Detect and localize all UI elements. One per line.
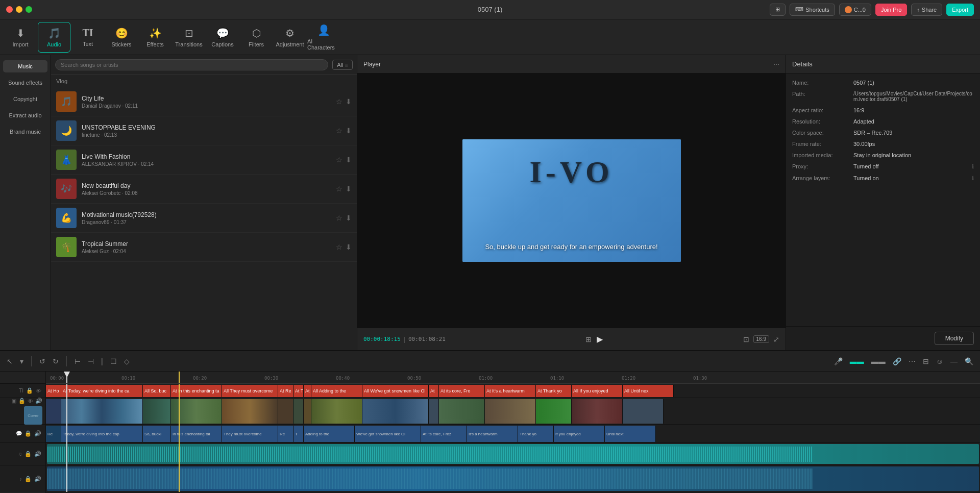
sidebar-item-extract-audio[interactable]: Extract audio [3, 109, 47, 121]
text-seg-12[interactable]: At It's a heartwarm [485, 385, 536, 397]
text-seg-8[interactable]: All Adding to the [311, 385, 362, 397]
download-button-5[interactable]: ⬇ [346, 243, 352, 251]
video-seg-8[interactable] [311, 399, 362, 424]
music-item[interactable]: 🌴 Tropical Summer Aleksei Guz · 02:04 ☆ … [51, 233, 357, 262]
cap-seg-4[interactable]: They must overcome [222, 426, 278, 442]
music-item[interactable]: 🌙 UNSTOPPABLE EVENING finetune · 02:13 ☆… [51, 116, 357, 145]
video-seg-12[interactable] [485, 399, 536, 424]
text-seg-11[interactable]: At its core, Fro [439, 385, 485, 397]
video-seg-15[interactable] [623, 399, 664, 424]
tool-import[interactable]: ⬇ Import [4, 22, 37, 53]
emoji-btn[interactable]: ☺ [935, 356, 945, 367]
video-seg-14[interactable] [572, 399, 623, 424]
undo-button[interactable]: ↺ [38, 356, 47, 367]
tool-ai-characters[interactable]: 👤 AI Characters [307, 22, 340, 53]
favorite-button-0[interactable]: ☆ [336, 97, 342, 106]
tool-audio[interactable]: 🎵 Audio [38, 22, 70, 53]
proxy-info-icon[interactable]: ℹ [972, 163, 974, 170]
cap-seg-2[interactable]: So, buckl [143, 426, 171, 442]
cap-seg-13[interactable]: Until next [605, 426, 656, 442]
cap-seg-12[interactable]: If you enjoyed [554, 426, 605, 442]
text-seg-0[interactable]: At Ho [46, 385, 61, 397]
fit-screen-icon[interactable]: ⊡ [743, 335, 749, 343]
sidebar-item-sound-effects[interactable]: Sound effects [3, 77, 47, 89]
display-button[interactable]: ⊞ [770, 4, 786, 16]
lock-icon-music[interactable]: 🔒 [24, 476, 32, 482]
video-seg-10[interactable] [429, 399, 439, 424]
favorite-button-4[interactable]: ☆ [336, 214, 342, 222]
audio-btn[interactable]: — [949, 356, 959, 367]
download-button-1[interactable]: ⬇ [346, 127, 352, 135]
music-item[interactable]: 👗 Live With Fashion ALEKSANDAR KIPROV · … [51, 145, 357, 175]
text-seg-9[interactable]: All We've got snowmen like Ol [362, 385, 429, 397]
split-tool-2[interactable]: ⊣ [86, 356, 95, 367]
audio-vol-icon[interactable]: 🔊 [34, 451, 41, 457]
music-item[interactable]: 🎶 New beautiful day Aleksei Gorobetc · 0… [51, 175, 357, 204]
tool-stickers[interactable]: 😊 Stickers [105, 22, 138, 53]
split-tool[interactable]: ⊢ [73, 356, 82, 367]
freeze-btn[interactable]: ⋯ [907, 356, 917, 367]
video-seg-13[interactable] [536, 399, 572, 424]
select-tool[interactable]: ↖ [5, 356, 14, 367]
user-button[interactable]: C...0 [839, 4, 871, 16]
select-dropdown[interactable]: ▾ [18, 356, 25, 367]
text-seg-7[interactable]: At [304, 385, 311, 397]
microphone-icon[interactable]: 🎤 [832, 356, 844, 367]
music-item[interactable]: 💪 Motivational music(792528) Draganov89 … [51, 204, 357, 233]
tool-captions[interactable]: 💬 Captions [206, 22, 239, 53]
grid-view-icon[interactable]: ⊞ [585, 335, 592, 343]
close-button[interactable] [6, 6, 13, 13]
video-seg-0[interactable] [46, 399, 61, 424]
text-seg-6[interactable]: At T [293, 385, 304, 397]
cap-seg-5[interactable]: Re [278, 426, 293, 442]
tool-adjustment[interactable]: ⚙ Adjustment [274, 22, 306, 53]
text-seg-15[interactable]: All Until nex [623, 385, 674, 397]
maximize-button[interactable] [26, 6, 32, 13]
video-seg-9[interactable] [362, 399, 429, 424]
text-seg-13[interactable]: At Thank yo [536, 385, 572, 397]
eye-icon-video[interactable]: 👁 [28, 398, 33, 404]
sidebar-item-brand-music[interactable]: Brand music [3, 126, 47, 138]
video-seg-6[interactable] [293, 399, 304, 424]
sidebar-item-copyright[interactable]: Copyright [3, 93, 47, 105]
favorite-button-2[interactable]: ☆ [336, 156, 342, 164]
video-seg-1[interactable] [61, 399, 143, 424]
lock-icon-audio[interactable]: 🔒 [24, 451, 32, 457]
lock-icon-video[interactable]: 🔒 [18, 398, 26, 404]
text-seg-10[interactable]: At [429, 385, 439, 397]
text-seg-1[interactable]: At Today, we're diving into the ca [61, 385, 143, 397]
search-input[interactable] [55, 59, 328, 70]
zoom-out[interactable]: 🔍 [963, 356, 975, 367]
link-btn[interactable]: 🔗 [891, 356, 903, 367]
music-vol-icon[interactable]: 🔊 [34, 476, 41, 482]
text-seg-5[interactable]: At Re [278, 385, 293, 397]
text-seg-4[interactable]: All They must overcome [222, 385, 278, 397]
tool-effects[interactable]: ✨ Effects [139, 22, 172, 53]
cap-seg-8[interactable]: We've got snowmen like Ol [355, 426, 421, 442]
aspect-ratio-badge[interactable]: 16:9 [753, 335, 769, 343]
fullscreen-icon[interactable]: ⤢ [773, 335, 779, 343]
lock-icon-caption[interactable]: 🔒 [24, 430, 32, 437]
audio-icon-caption[interactable]: 🔊 [34, 430, 41, 437]
arrange-layers-info-icon[interactable]: ℹ [972, 175, 974, 182]
caption-btn[interactable]: ⊟ [921, 356, 930, 367]
redo-button[interactable]: ↻ [51, 356, 60, 367]
download-button-0[interactable]: ⬇ [346, 97, 352, 106]
eye-icon-text[interactable]: 👁 [36, 388, 41, 394]
export-button[interactable]: Export [946, 4, 974, 16]
audio-track-btn[interactable]: ▬▬ [848, 356, 866, 367]
sidebar-item-music[interactable]: Music [3, 60, 47, 72]
video-seg-2[interactable] [143, 399, 171, 424]
tool-filters[interactable]: ⬡ Filters [240, 22, 273, 53]
favorite-button-1[interactable]: ☆ [336, 127, 342, 135]
cap-seg-10[interactable]: It's a heartwarm [467, 426, 518, 442]
music-item[interactable]: 🎵 City Life Daniail Draganov · 02:11 ☆ ⬇ [51, 87, 357, 116]
download-button-2[interactable]: ⬇ [346, 156, 352, 164]
audio-link-icon[interactable]: 🔊 [35, 398, 42, 404]
download-button-3[interactable]: ⬇ [346, 185, 352, 193]
text-seg-2[interactable]: All So, buc [143, 385, 171, 397]
cap-seg-0[interactable]: He [46, 426, 61, 442]
modify-button[interactable]: Modify [935, 332, 974, 345]
favorite-button-3[interactable]: ☆ [336, 185, 342, 193]
favorite-button-5[interactable]: ☆ [336, 243, 342, 251]
